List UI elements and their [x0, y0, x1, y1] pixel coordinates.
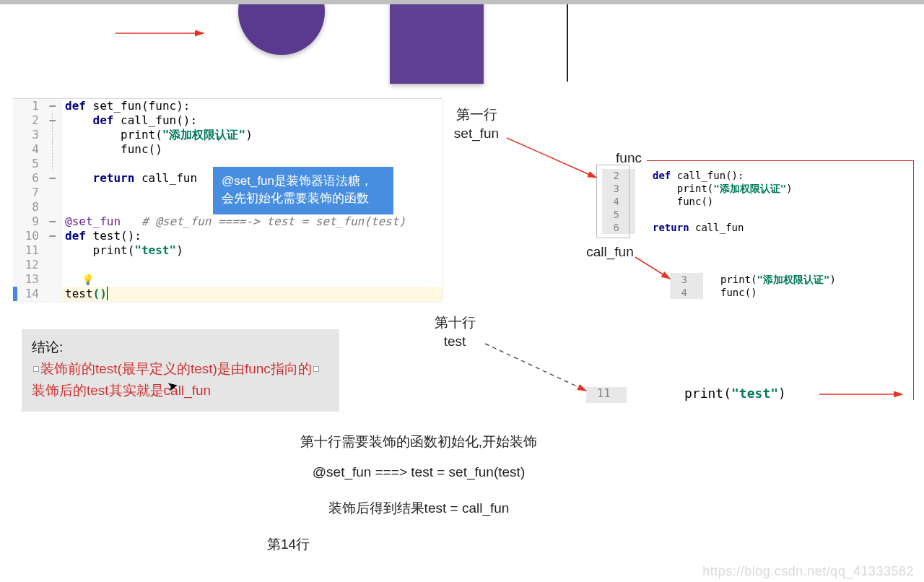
svg-line-1: [507, 138, 596, 178]
explain-line: @set_fun ===> test = set_fun(test): [231, 457, 606, 487]
explain-line: 第十行需要装饰的函数初始化,开始装饰: [231, 427, 606, 457]
explain-line: 装饰后得到结果test = call_fun: [231, 493, 606, 524]
watermark: https://blog.csdn.net/qq_41333582: [702, 564, 914, 579]
purple-square: [390, 1, 484, 84]
conclusion-title: 结论:: [32, 336, 329, 358]
purple-circle: [238, 0, 325, 55]
explain-line: 第14行: [231, 529, 606, 560]
tooltip-line: @set_fun是装饰器语法糖，: [222, 173, 385, 190]
conclusion-line: 装饰后的test其实就是call_fun: [32, 380, 329, 401]
tooltip-line: 会先初始化需要装饰的函数: [222, 190, 385, 207]
label-callfun: call_fun: [578, 243, 642, 261]
label-line10: 第十行 test: [422, 313, 487, 351]
red-outline-main: [647, 160, 914, 400]
explanation-text: 第十行需要装饰的函数初始化,开始装饰 @set_fun ===> test = …: [231, 427, 606, 560]
decorator-tooltip: @set_fun是装饰器语法糖， 会先初始化需要装饰的函数: [213, 167, 393, 214]
conclusion-line: 装饰前的test(最早定义的test)是由func指向的: [40, 361, 312, 376]
label-line1: 第一行 set_fun: [444, 105, 509, 143]
snippet1-gutter-border: [596, 165, 629, 238]
vertical-divider: [567, 2, 568, 82]
conclusion-box: 结论: 装饰前的test(最早定义的test)是由func指向的 装饰后的tes…: [22, 329, 339, 412]
svg-line-4: [485, 344, 586, 391]
